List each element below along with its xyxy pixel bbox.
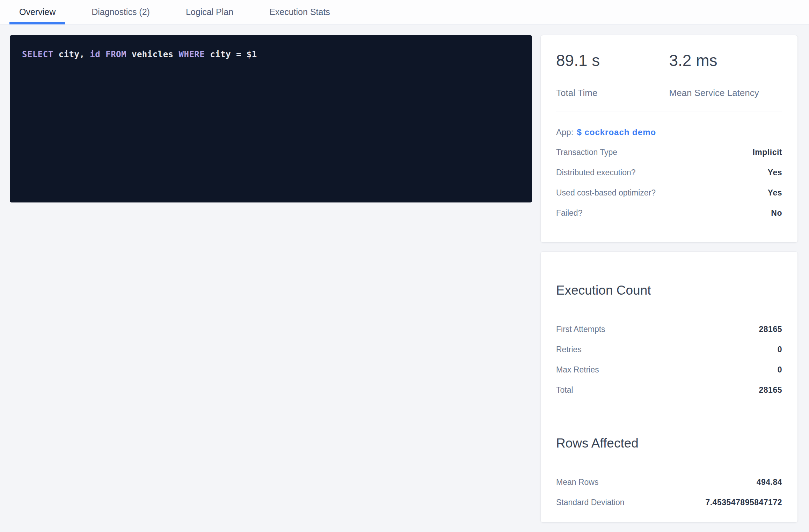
row-label: Transaction Type <box>556 148 617 157</box>
latency-stats-row: 89.1 sTotal Time3.2 msMean Service Laten… <box>556 51 782 98</box>
row-value: 28165 <box>759 325 782 334</box>
app-link[interactable]: $ cockroach demo <box>577 127 656 137</box>
detail-row-first-attempts: First Attempts28165 <box>556 319 782 339</box>
row-label: Mean Rows <box>556 478 598 487</box>
sql-keyword: id <box>90 50 100 59</box>
sql-keyword: FROM <box>105 50 126 59</box>
sql-statement-box: SELECT city, id FROM vehicles WHERE city… <box>10 35 532 202</box>
sql-text: city, <box>53 50 90 59</box>
stat-label: Total Time <box>556 88 669 98</box>
detail-row-max-retries: Max Retries0 <box>556 360 782 380</box>
row-value: 494.84 <box>757 478 782 487</box>
section-rows-rows-affected: Mean Rows494.84Standard Deviation7.45354… <box>556 472 782 513</box>
stat-value: 89.1 s <box>556 51 669 70</box>
overview-summary-card: 89.1 sTotal Time3.2 msMean Service Laten… <box>541 35 797 242</box>
sql-keyword: SELECT <box>22 50 53 59</box>
stat-value: 3.2 ms <box>669 51 782 70</box>
app-label: App: <box>556 127 573 137</box>
detail-row-standard-deviation: Standard Deviation7.453547895847172 <box>556 493 782 513</box>
detail-row-mean-rows: Mean Rows494.84 <box>556 472 782 493</box>
sql-keyword: WHERE <box>179 50 205 59</box>
section-title-execution-count: Execution Count <box>556 283 782 298</box>
row-value: Yes <box>768 168 782 177</box>
sql-text <box>100 50 105 59</box>
section-title-rows-affected: Rows Affected <box>556 436 782 451</box>
row-value: 7.453547895847172 <box>705 498 782 507</box>
detail-row-failed: Failed?No <box>556 203 782 223</box>
divider <box>556 413 782 413</box>
row-label: Failed? <box>556 208 582 218</box>
detail-row-distributed-execution: Distributed execution?Yes <box>556 162 782 183</box>
tab-logical-plan[interactable]: Logical Plan <box>176 0 243 24</box>
divider <box>556 111 782 111</box>
row-value: No <box>771 208 782 218</box>
row-value: 0 <box>778 345 782 354</box>
app-row: App: $ cockroach demo <box>556 127 782 137</box>
summary-detail-rows: Transaction TypeImplicitDistributed exec… <box>556 142 782 223</box>
row-value: Yes <box>768 188 782 198</box>
statement-overview-content: SELECT city, id FROM vehicles WHERE city… <box>0 24 809 522</box>
tab-bar: OverviewDiagnostics (2)Logical PlanExecu… <box>0 0 809 24</box>
sql-statement-text: SELECT city, id FROM vehicles WHERE city… <box>22 50 257 59</box>
execution-stats-card: Execution CountFirst Attempts28165Retrie… <box>541 252 797 522</box>
row-label: Total <box>556 385 573 395</box>
sql-text: vehicles <box>126 50 179 59</box>
summary-sidebar: 89.1 sTotal Time3.2 msMean Service Laten… <box>541 35 797 522</box>
stat-label: Mean Service Latency <box>669 88 782 98</box>
sql-text: city = $1 <box>205 50 257 59</box>
row-value: 28165 <box>759 385 782 395</box>
row-label: Max Retries <box>556 365 599 375</box>
detail-row-retries: Retries0 <box>556 339 782 360</box>
stat-mean-service-latency: 3.2 msMean Service Latency <box>669 51 782 98</box>
tab-overview[interactable]: Overview <box>9 0 65 24</box>
row-label: Retries <box>556 345 582 354</box>
row-label: Used cost-based optimizer? <box>556 188 656 198</box>
tab-diagnostics-2[interactable]: Diagnostics (2) <box>82 0 160 24</box>
row-label: Standard Deviation <box>556 498 625 507</box>
detail-row-transaction-type: Transaction TypeImplicit <box>556 142 782 162</box>
detail-row-total: Total28165 <box>556 380 782 400</box>
row-label: Distributed execution? <box>556 168 636 177</box>
row-label: First Attempts <box>556 325 605 334</box>
detail-row-used-cost-based-optimizer: Used cost-based optimizer?Yes <box>556 183 782 203</box>
tab-list: OverviewDiagnostics (2)Logical PlanExecu… <box>0 0 356 24</box>
section-rows-execution-count: First Attempts28165Retries0Max Retries0T… <box>556 319 782 400</box>
row-value: Implicit <box>752 148 782 157</box>
tab-execution-stats[interactable]: Execution Stats <box>260 0 340 24</box>
stat-total-time: 89.1 sTotal Time <box>556 51 669 98</box>
row-value: 0 <box>778 365 782 375</box>
